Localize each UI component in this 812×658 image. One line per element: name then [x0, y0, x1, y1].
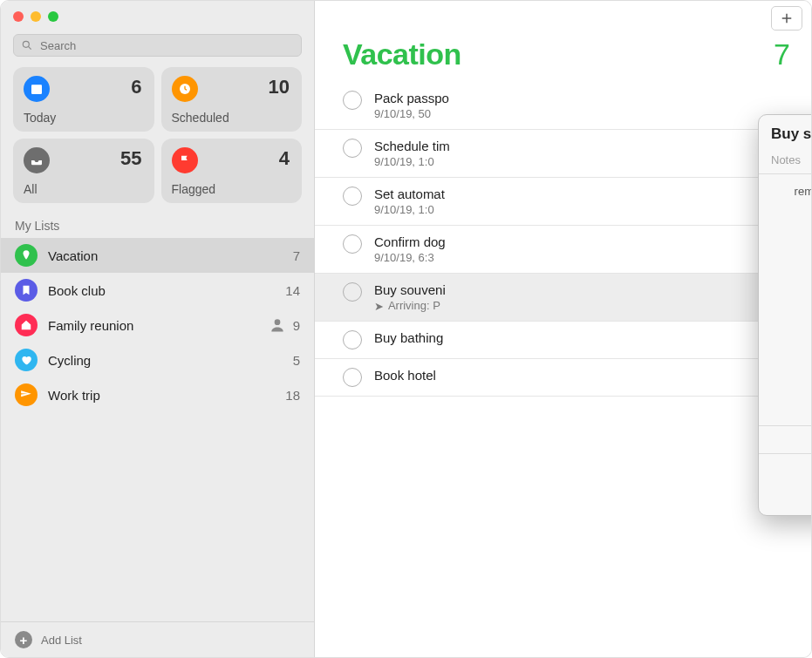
sidebar-list-item[interactable]: Vacation7 — [1, 238, 314, 273]
sidebar-list-item[interactable]: Work trip18 — [1, 377, 314, 412]
location-arrow-icon: ➤ — [374, 300, 384, 312]
list-name: Family reunion — [48, 318, 269, 333]
smart-list-scheduled[interactable]: 10 Scheduled — [161, 67, 303, 132]
reminder-details-popover: Buy souvenirs Notes remind me On a Day A… — [758, 114, 811, 516]
minimize-window-button[interactable] — [31, 11, 41, 22]
list-item-count: 18 — [285, 388, 300, 403]
priority-label: priority — [771, 433, 811, 446]
reminder-title: Buy souveni — [374, 282, 790, 297]
list-color-icon — [15, 279, 38, 302]
scheduled-count: 10 — [269, 76, 290, 98]
sidebar: 6 Today 10 Scheduled 55 All — [1, 1, 315, 657]
reminder-item[interactable]: Confirm dog9/10/19, 6:3 — [315, 226, 811, 274]
reminder-detail: ➤ Arriving: P — [374, 299, 790, 312]
reminder-title: Confirm dog — [374, 234, 790, 249]
complete-toggle[interactable] — [343, 91, 362, 110]
list-title: Vacation — [343, 37, 461, 71]
flagged-count: 4 — [279, 147, 290, 170]
smart-lists: 6 Today 10 Scheduled 55 All — [1, 67, 314, 203]
popover-title[interactable]: Buy souvenirs — [771, 125, 811, 143]
complete-toggle[interactable] — [343, 187, 362, 206]
sidebar-list-item[interactable]: Book club14 — [1, 273, 314, 308]
close-window-button[interactable] — [13, 11, 24, 22]
list-name: Book club — [48, 283, 285, 298]
smart-list-flagged[interactable]: 4 Flagged — [161, 139, 303, 203]
sidebar-list-item[interactable]: Cycling5 — [1, 343, 314, 377]
list-color-icon — [15, 349, 38, 371]
svg-line-1 — [28, 46, 31, 49]
reminder-title: Pack passpo — [374, 91, 790, 105]
flagged-label: Flagged — [172, 182, 216, 196]
svg-point-5 — [274, 319, 280, 325]
complete-toggle[interactable] — [343, 330, 362, 349]
reminder-item[interactable]: Schedule tim9/10/19, 1:0 — [315, 130, 811, 178]
reminder-item[interactable]: Buy souveni➤ Arriving: P — [315, 274, 811, 322]
reminder-title: Schedule tim — [374, 139, 790, 153]
add-list-button[interactable]: + Add List — [1, 621, 314, 657]
svg-rect-3 — [31, 85, 42, 87]
search-field[interactable] — [13, 34, 302, 57]
today-count: 6 — [131, 76, 141, 98]
zoom-window-button[interactable] — [48, 11, 58, 22]
reminder-title: Book hotel — [374, 368, 790, 383]
all-label: All — [24, 182, 38, 196]
complete-toggle[interactable] — [343, 139, 362, 158]
scheduled-label: Scheduled — [172, 111, 229, 125]
reminder-title: Buy bathing — [374, 330, 790, 345]
window-controls — [1, 1, 314, 29]
complete-toggle[interactable] — [343, 282, 362, 302]
plus-icon: + — [15, 631, 32, 648]
list-item-count: 5 — [293, 353, 300, 368]
list-color-icon — [15, 244, 38, 267]
list-color-icon — [15, 314, 38, 336]
main-pane: Vacation 7 Pack passpo9/10/19, 50Schedul… — [315, 1, 811, 657]
list-name: Cycling — [48, 353, 293, 368]
list-item-count: 7 — [293, 248, 300, 263]
flag-icon — [172, 147, 198, 173]
url-label: URL — [771, 461, 811, 474]
inbox-icon — [24, 147, 50, 173]
today-label: Today — [24, 111, 56, 125]
reminder-detail: 9/10/19, 6:3 — [374, 251, 790, 264]
my-lists-heading: My Lists — [1, 203, 314, 238]
complete-toggle[interactable] — [343, 234, 362, 254]
smart-list-today[interactable]: 6 Today — [13, 67, 154, 132]
reminder-item[interactable]: Pack passpo9/10/19, 50 — [315, 82, 811, 130]
notes-field[interactable]: Notes — [759, 153, 811, 173]
reminders-list: Pack passpo9/10/19, 50Schedule tim9/10/1… — [315, 82, 811, 397]
sidebar-list-item[interactable]: Family reunion9 — [1, 308, 314, 343]
add-list-label: Add List — [41, 634, 82, 647]
list-item-count: 9 — [293, 318, 300, 333]
clock-icon — [172, 76, 198, 102]
reminder-item[interactable]: Set automat9/10/19, 1:0 — [315, 178, 811, 226]
list-item-count: 14 — [285, 283, 300, 298]
all-count: 55 — [120, 147, 141, 170]
reminder-item[interactable]: Buy bathing — [315, 322, 811, 359]
reminder-detail: 9/10/19, 1:0 — [374, 155, 790, 168]
list-count: 7 — [774, 37, 790, 71]
reminder-title: Set automat — [374, 187, 790, 201]
list-name: Work trip — [48, 388, 285, 403]
new-reminder-button[interactable] — [771, 6, 802, 31]
list-color-icon — [15, 383, 38, 406]
svg-point-0 — [23, 41, 29, 47]
smart-list-all[interactable]: 55 All — [13, 139, 154, 203]
search-input[interactable] — [38, 38, 294, 53]
images-label: images — [771, 486, 811, 499]
search-icon — [21, 39, 33, 51]
reminder-item[interactable]: Book hotel — [315, 359, 811, 397]
reminder-detail: 9/10/19, 1:0 — [374, 203, 790, 216]
remind-me-label: remind me — [771, 183, 811, 198]
list-name: Vacation — [48, 248, 293, 263]
calendar-icon — [24, 76, 50, 102]
reminder-detail: 9/10/19, 50 — [374, 107, 790, 120]
shared-icon — [269, 316, 286, 334]
lists: Vacation7Book club14Family reunion9Cycli… — [1, 238, 314, 621]
complete-toggle[interactable] — [343, 368, 362, 387]
